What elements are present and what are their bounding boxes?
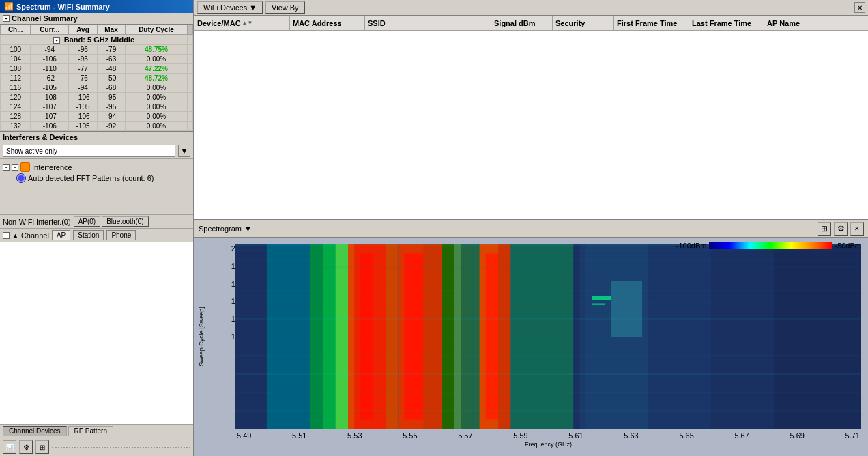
col-device-mac[interactable]: Device/MAC ▲▼ xyxy=(194,16,290,30)
x-axis-label: Frequency (GHz) xyxy=(235,440,861,448)
curr-cell: -62 xyxy=(31,74,69,83)
col-avg[interactable]: Avg xyxy=(69,25,98,35)
station-tab[interactable]: Station xyxy=(73,230,104,240)
svg-rect-32 xyxy=(235,266,861,268)
left-panel: 📶 Spectrum - WiFi Summary - Channel Summ… xyxy=(0,0,194,456)
ap-tab[interactable]: AP xyxy=(52,230,70,240)
col-duty[interactable]: Duty Cycle xyxy=(125,25,187,35)
max-cell: -92 xyxy=(97,122,125,131)
duty-cell: 48.75% xyxy=(125,45,187,55)
svg-rect-38 xyxy=(235,355,861,356)
chart-svg xyxy=(235,244,861,429)
interferers-section: Interferers & Devices Show active only ▼… xyxy=(0,132,193,214)
ch-cell: 120 xyxy=(1,93,31,102)
svg-rect-42 xyxy=(592,296,611,300)
col-curr[interactable]: Curr... xyxy=(31,25,69,35)
ap-button[interactable]: AP(0) xyxy=(74,216,101,227)
svg-rect-25 xyxy=(611,281,642,337)
duty-cell: 0.00% xyxy=(125,102,187,112)
wifi-devices-button[interactable]: WiFi Devices ▼ xyxy=(197,1,263,14)
show-active-dropdown-btn[interactable]: ▼ xyxy=(178,145,190,157)
right-panel: WiFi Devices ▼ View By ✕ Device/MAC ▲▼ M… xyxy=(194,0,868,456)
non-wifi-bar: Non-WiFi Interfer.(0) AP(0) Bluetooth(0) xyxy=(0,214,193,229)
band-label: - Band: 5 GHz Middle xyxy=(1,35,188,45)
color-max-label: -50dBm xyxy=(835,242,861,250)
col-mac-address[interactable]: MAC Address xyxy=(290,16,365,30)
ch-cell: 108 xyxy=(1,64,31,74)
channel-bottom-tabs: Channel Devices RF Pattern xyxy=(0,424,193,438)
wifi-table-header: Device/MAC ▲▼ MAC Address SSID Signal dB… xyxy=(194,16,868,31)
settings-btn[interactable]: ⚙ xyxy=(834,222,848,236)
svg-rect-37 xyxy=(235,337,861,337)
col-security[interactable]: Security xyxy=(553,16,614,30)
curr-cell: -108 xyxy=(31,93,69,102)
ch-cell: 128 xyxy=(1,112,31,122)
view-by-button[interactable]: View By xyxy=(265,1,305,14)
bluetooth-button[interactable]: Bluetooth(0) xyxy=(102,216,148,227)
tree-expand2[interactable]: - xyxy=(12,164,18,171)
channel-devices-tab[interactable]: Channel Devices xyxy=(3,426,67,436)
expand-btn[interactable]: ⊞ xyxy=(818,222,831,236)
table-row: 100 -94 -96 -79 48.75% xyxy=(1,45,193,55)
svg-rect-35 xyxy=(235,303,861,304)
avg-cell: -105 xyxy=(69,122,98,131)
phone-tab[interactable]: Phone xyxy=(106,230,136,240)
interferers-header: Interferers & Devices xyxy=(0,132,193,143)
close-sg-btn[interactable]: ✕ xyxy=(850,222,864,236)
settings-icon[interactable]: ⚙ xyxy=(19,440,33,454)
tree-expand[interactable]: - xyxy=(3,164,10,171)
table-row: 132 -106 -105 -92 0.00% xyxy=(1,122,193,131)
rf-pattern-tab[interactable]: RF Pattern xyxy=(68,426,113,436)
channel-summary-section: - Channel Summary Ch... Curr... Avg Max … xyxy=(0,13,193,132)
avg-cell: -96 xyxy=(69,45,98,55)
band-expand[interactable]: - xyxy=(53,37,60,44)
curr-cell: -94 xyxy=(31,45,69,55)
table-row: 120 -108 -106 -95 0.00% xyxy=(1,93,193,102)
spectrogram-chart[interactable] xyxy=(235,244,861,429)
channel-table: Ch... Curr... Avg Max Duty Cycle - Band:… xyxy=(0,25,193,131)
ch-cell: 100 xyxy=(1,45,31,55)
avg-cell: -76 xyxy=(69,74,98,83)
fft-icon xyxy=(16,173,26,183)
spectrogram-toolbar-right: ⊞ ⚙ ✕ xyxy=(818,222,864,236)
non-wifi-label: Non-WiFi Interfer.(0) xyxy=(3,218,71,226)
duty-cell: 0.00% xyxy=(125,122,187,131)
col-ap-name[interactable]: AP Name xyxy=(764,16,868,30)
x-ticks: 5.49 5.51 5.53 5.55 5.57 5.59 5.61 5.63 … xyxy=(235,430,861,440)
left-bottom-icons: 📊 ⚙ ⊞ xyxy=(0,438,193,456)
ch-expand[interactable]: - xyxy=(3,232,10,239)
col-max[interactable]: Max xyxy=(97,25,125,35)
duty-cell: 0.00% xyxy=(125,112,187,122)
chart-icon[interactable]: 📊 xyxy=(3,440,16,454)
col-ssid[interactable]: SSID xyxy=(365,16,491,30)
ch-cell: 104 xyxy=(1,55,31,64)
channel-content xyxy=(0,242,193,424)
interference-item: - - Interference xyxy=(3,162,190,173)
x-axis: 5.49 5.51 5.53 5.55 5.57 5.59 5.61 5.63 … xyxy=(235,430,861,456)
max-cell: -94 xyxy=(97,112,125,122)
close-right-btn[interactable]: ✕ xyxy=(854,2,865,13)
curr-cell: -110 xyxy=(31,64,69,74)
col-ch[interactable]: Ch... xyxy=(1,25,31,35)
ch-label: Channel xyxy=(21,231,49,240)
avg-cell: -105 xyxy=(69,102,98,112)
max-cell: -95 xyxy=(97,102,125,112)
wifi-table-container: Device/MAC ▲▼ MAC Address SSID Signal dB… xyxy=(194,16,868,220)
svg-rect-34 xyxy=(235,291,861,291)
spectrum-icon: 📶 xyxy=(4,2,14,11)
table-row: 116 -105 -94 -68 0.00% xyxy=(1,83,193,93)
show-active-input: Show active only xyxy=(3,145,175,157)
ch-up-arrow[interactable]: ▲ xyxy=(12,232,18,239)
col-signal[interactable]: Signal dBm xyxy=(491,16,553,30)
avg-cell: -106 xyxy=(69,112,98,122)
expand-icon[interactable]: ⊞ xyxy=(35,440,49,454)
svg-rect-41 xyxy=(235,410,861,411)
spectrogram-dropdown-arrow[interactable]: ▼ xyxy=(244,225,252,233)
spectrogram-panel: Spectrogram ▼ ⊞ ⚙ ✕ -100dBm -50dBm Sweep… xyxy=(194,220,868,456)
dropdown-arrow: ▼ xyxy=(249,3,257,12)
col-last-frame[interactable]: Last Frame Time xyxy=(689,16,764,30)
expand-channel[interactable]: - xyxy=(3,15,10,22)
col-first-frame[interactable]: First Frame Time xyxy=(614,16,689,30)
channel-scroll[interactable]: Ch... Curr... Avg Max Duty Cycle - Band:… xyxy=(0,25,193,131)
sort-icon: ▲▼ xyxy=(242,20,253,26)
